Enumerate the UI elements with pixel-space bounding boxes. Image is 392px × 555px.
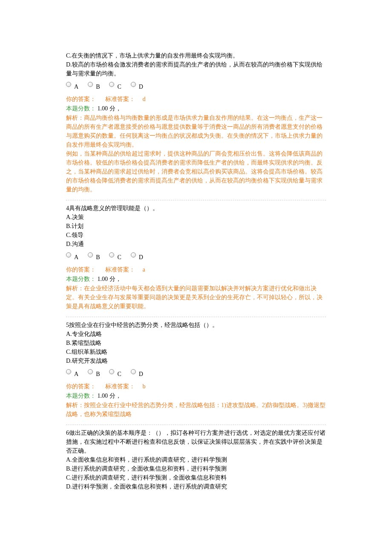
radio-a[interactable] [66, 82, 71, 87]
question-number: 4 [66, 205, 69, 211]
option-c: C.组织革新战略 [66, 347, 326, 356]
option-d: D.沟通 [66, 240, 326, 249]
radio-b[interactable] [88, 82, 93, 87]
question-stem-text: 按照企业在行业中经营的态势分类，经营战略包括（）。 [69, 322, 218, 328]
radio-c[interactable] [109, 369, 114, 374]
analysis-text: 在企业经济活动中每天都会遇到大量的问题需要加以解决并对解决方案进行优化和做出决定… [66, 285, 323, 309]
radio-label-b: B [96, 82, 100, 91]
radio-label-d: D [139, 253, 143, 262]
radio-label-b: B [96, 370, 100, 379]
question-stem: 5按照企业在行业中经营的态势分类，经营战略包括（）。 [66, 321, 326, 330]
radio-d[interactable] [131, 369, 136, 374]
std-answer-label: 标准答案： [105, 266, 135, 273]
option-a: A.决策 [66, 213, 326, 222]
separator [66, 317, 326, 317]
question-stem: 6做出正确的决策的基本顺序是：（），拟订各种可行方案并进行选优，对选定的最优方案… [66, 428, 326, 455]
radio-b[interactable] [88, 369, 93, 374]
answer-line: 你的答案： 标准答案：a [66, 265, 326, 274]
analysis-text2: 例如，当某种商品的供给超过需求时，提供这种商品的厂商会竞相压价出售。这将会降低该… [66, 149, 326, 194]
question-stem: 4具有战略意义的管理职能是（）。 [66, 204, 326, 213]
option-a: A.专业化战略 [66, 330, 326, 338]
answer-line: 你的答案： 标准答案：d [66, 95, 326, 104]
analysis: 解析：商品均衡价格与均衡数量的形成是市场供求力量自发作用的结果。在这一均衡点，生… [66, 113, 326, 149]
analysis-text1: 商品均衡价格与均衡数量的形成是市场供求力量自发作用的结果。在这一均衡点，生产这一… [66, 115, 323, 148]
radio-label-a: A [74, 82, 78, 91]
radio-choices: A B C D [66, 80, 326, 89]
analysis-label: 解析： [66, 115, 84, 121]
radio-label-a: A [74, 253, 78, 262]
question-4: 4具有战略意义的管理职能是（）。 A.决策 B.计划 C.领导 D.沟通 A B… [66, 204, 326, 311]
question-stem-text: 做出正确的决策的基本顺序是：（），拟订各种可行方案并进行选优，对选定的最优方案还… [66, 430, 326, 454]
question-number: 5 [66, 322, 69, 328]
radio-label-b: B [96, 253, 100, 262]
question-number: 6 [66, 430, 69, 436]
radio-a[interactable] [66, 369, 71, 374]
question-6: 6做出正确的决策的基本顺序是：（），拟订各种可行方案并进行选优，对选定的最优方案… [66, 428, 326, 491]
your-answer-label: 你的答案： [66, 266, 96, 273]
radio-c[interactable] [109, 82, 114, 87]
question-3-partial: C.在失衡的情况下，市场上供求力量的自发作用最终会实现均衡。 D.较高的市场价格… [66, 51, 326, 194]
radio-label-c: C [117, 370, 121, 379]
score-line: 本题分数： 1.00 分， [66, 104, 326, 113]
analysis: 解析：在企业经济活动中每天都会遇到大量的问题需要加以解决并对解决方案进行优化和做… [66, 284, 326, 311]
radio-label-c: C [117, 82, 121, 91]
radio-d[interactable] [131, 82, 136, 87]
question-5: 5按照企业在行业中经营的态势分类，经营战略包括（）。 A.专业化战略 B.紧缩型… [66, 321, 326, 419]
option-a: A.全面收集信息和资料，进行系统的调查研究，进行科学预测 [66, 455, 326, 464]
score-label: 本题分数： [66, 105, 96, 112]
score-label: 本题分数： [66, 276, 96, 282]
radio-label-d: D [139, 370, 143, 379]
radio-a[interactable] [66, 252, 71, 257]
std-answer-label: 标准答案： [105, 383, 135, 390]
analysis: 解析：按照企业在行业中经营的态势分类，经营战略包括：1)进攻型战略。2)防御型战… [66, 401, 326, 419]
std-answer: a [143, 266, 145, 273]
question-stem-text: 具有战略意义的管理职能是（）。 [69, 205, 159, 211]
option-c: C.在失衡的情况下，市场上供求力量的自发作用最终会实现均衡。 [66, 51, 326, 60]
analysis-text: 按照企业在行业中经营的态势分类，经营战略包括：1)进攻型战略。2)防御型战略。3… [66, 402, 326, 417]
analysis-label: 解析： [66, 402, 84, 408]
option-b: B.进行系统的调查研究，全面收集信息和资料，进行科学预测 [66, 464, 326, 473]
radio-choices: A B C D [66, 367, 326, 376]
option-b: B.紧缩型战略 [66, 338, 326, 347]
option-d: D.较高的市场价格会激发消费者的需求而提高的生产者的供给，从而在较高的均衡价格下… [66, 60, 326, 78]
std-answer: d [143, 96, 146, 102]
your-answer-label: 你的答案： [66, 96, 96, 102]
radio-choices: A B C D [66, 250, 326, 259]
score-label: 本题分数： [66, 393, 96, 399]
analysis-label: 解析： [66, 285, 84, 292]
option-c: C.领导 [66, 231, 326, 240]
score-value: 1.00 分， [98, 105, 121, 112]
radio-label-d: D [139, 82, 143, 91]
score-line: 本题分数： 1.00 分， [66, 391, 326, 400]
radio-d[interactable] [131, 252, 136, 257]
option-c: C.进行系统的调查研究，进行科学预测，全面收集信息和资料 [66, 473, 326, 482]
score-line: 本题分数： 1.00 分， [66, 275, 326, 283]
std-answer: b [143, 383, 146, 390]
separator [66, 425, 326, 425]
option-d: D.研究开发战略 [66, 356, 326, 365]
radio-b[interactable] [88, 252, 93, 257]
answer-line: 你的答案： 标准答案：b [66, 382, 326, 391]
radio-label-c: C [117, 253, 121, 262]
std-answer-label: 标准答案： [105, 96, 135, 102]
option-d: D.进行科学预测，全面收集信息和资料，进行系统的调查研究 [66, 482, 326, 491]
separator [66, 200, 326, 200]
score-value: 1.00 分， [98, 276, 121, 282]
your-answer-label: 你的答案： [66, 383, 96, 390]
radio-label-a: A [74, 370, 78, 379]
option-b: B.计划 [66, 222, 326, 231]
radio-c[interactable] [109, 252, 114, 257]
score-value: 1.00 分， [98, 393, 121, 399]
